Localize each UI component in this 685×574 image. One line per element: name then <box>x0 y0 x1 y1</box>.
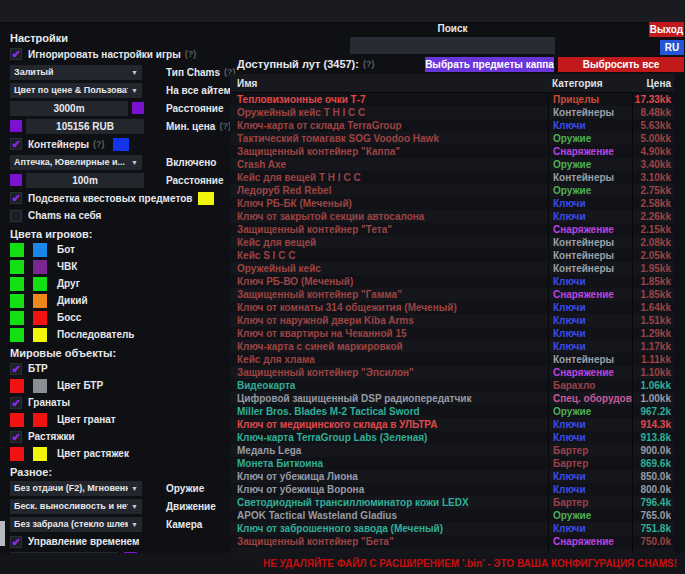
world-object-checkbox[interactable]: ✔ <box>10 397 22 409</box>
world-secondary-color-swatch[interactable] <box>33 413 47 427</box>
loot-table-row[interactable]: Ключ-карта TerraGroup Labs (Зеленая)Ключ… <box>230 431 674 444</box>
player-primary-color-swatch[interactable] <box>10 277 24 291</box>
ignore-game-settings-checkbox[interactable]: ✔ <box>10 48 22 60</box>
loot-table-row[interactable]: Ключ от медицинского склада в УЛЬТРАКлюч… <box>230 418 674 431</box>
loot-table-row[interactable]: Защищенный контейнер "Каппа"Снаряжение4.… <box>230 145 674 158</box>
misc-dropdown[interactable]: Беск. выносливость и нет уста▼ <box>10 499 142 514</box>
loot-table-row[interactable]: ВидеокартаБарахло1.06kk <box>230 379 674 392</box>
select-kappa-items-button[interactable]: Выбрать предметы каппа <box>425 57 554 72</box>
world-primary-color-swatch[interactable] <box>10 447 24 461</box>
loot-table-row[interactable]: Кейс S I C CКонтейнеры2.05kk <box>230 249 674 262</box>
world-secondary-color-swatch[interactable] <box>33 447 47 461</box>
column-header-price[interactable]: Цена <box>632 74 674 92</box>
quest-highlight-color-swatch[interactable] <box>198 192 214 205</box>
quest-highlight-checkbox[interactable]: ✔ <box>10 192 22 204</box>
player-primary-color-swatch[interactable] <box>10 328 24 342</box>
language-button[interactable]: RU <box>660 40 684 55</box>
loot-table-row[interactable]: Оружейный кейс T H I C CКонтейнеры8.48kk <box>230 106 674 119</box>
search-input[interactable] <box>350 37 555 54</box>
world-primary-color-swatch[interactable] <box>10 413 24 427</box>
loot-table-row[interactable]: Ключ от комнаты 314 общежития (Меченый)К… <box>230 301 674 314</box>
loot-table-row[interactable]: Тактический томагавк SOG Voodoo HawkОруж… <box>230 132 674 145</box>
chams-type-dropdown[interactable]: Залитый ▼ <box>10 65 142 80</box>
world-object-color-row: Цвет растяжек <box>10 445 232 462</box>
loot-table-row[interactable]: Ключ от убежища ВоронаКлючи800.0k <box>230 483 674 496</box>
loot-table-row[interactable]: Ключ-карта от склада TerraGroupКлючи5.63… <box>230 119 674 132</box>
containers-checkbox[interactable]: ✔ <box>10 138 22 150</box>
loot-table-row[interactable]: Ключ РБ-ВО (Меченый)Ключи1.85kk <box>230 275 674 288</box>
help-icon[interactable]: (?) <box>93 139 105 149</box>
min-price-color-swatch[interactable] <box>10 120 22 132</box>
chams-self-checkbox[interactable] <box>10 210 22 222</box>
loot-table-row[interactable]: Монета БиткоинаБартер869.6k <box>230 457 674 470</box>
chams-type-row: Залитый ▼ Тип Chams (?) <box>10 63 232 81</box>
help-icon[interactable]: (?) <box>363 59 375 69</box>
world-object-checkbox[interactable]: ✔ <box>10 363 22 375</box>
column-header-category[interactable]: Категория <box>548 74 632 92</box>
loot-item-category: Ключи <box>548 210 632 223</box>
loot-table-row[interactable]: Кейс для вещейКонтейнеры2.08kk <box>230 236 674 249</box>
player-secondary-color-swatch[interactable] <box>33 243 47 257</box>
world-secondary-color-swatch[interactable] <box>33 379 47 393</box>
loot-table-row[interactable]: Медаль LegaБартер900.0k <box>230 444 674 457</box>
loot-table-header: Имя Категория Цена <box>230 74 674 93</box>
player-primary-color-swatch[interactable] <box>10 260 24 274</box>
exit-button[interactable]: Выход <box>649 22 684 37</box>
player-primary-color-swatch[interactable] <box>10 243 24 257</box>
loot-table-row[interactable]: Ледоруб Red RebelОружие2.75kk <box>230 184 674 197</box>
min-price-input[interactable]: 105156 RUB <box>26 119 144 134</box>
loot-table-row[interactable]: Ключ от наружной двери Kiba ArmsКлючи1.5… <box>230 314 674 327</box>
misc-dropdown-value: Беск. выносливость и нет уста <box>14 501 128 511</box>
left-edge-scrollbar-thumb[interactable] <box>0 521 5 546</box>
loot-item-category: Ключи <box>548 301 632 314</box>
misc-dropdown[interactable]: Без отдачи (F2), Мгновенное п▼ <box>10 481 142 496</box>
container-distance-color-swatch[interactable] <box>10 174 22 186</box>
containers-color-swatch[interactable] <box>113 138 129 151</box>
player-color-label: Дикий <box>57 295 88 306</box>
loot-table-row[interactable]: Ключ от заброшенного завода (Меченый)Клю… <box>230 522 674 535</box>
time-control-checkbox[interactable]: ✔ <box>10 536 22 548</box>
player-primary-color-swatch[interactable] <box>10 294 24 308</box>
misc-dropdown[interactable]: Без забрала (стекло шлема)▼ <box>10 517 142 532</box>
loot-table-row[interactable]: Защищенный контейнер "Тета"Снаряжение2.1… <box>230 223 674 236</box>
loot-table-row[interactable]: Ключ от убежища ЛионаКлючи850.0k <box>230 470 674 483</box>
misc-dropdown-label: Камера <box>166 519 202 530</box>
player-color-row: Последователь <box>10 326 232 343</box>
player-secondary-color-swatch[interactable] <box>33 311 47 325</box>
loot-table-row[interactable]: Ключ от квартиры на Чеканной 15Ключи1.29… <box>230 327 674 340</box>
distance-color-swatch[interactable] <box>132 102 144 114</box>
player-primary-color-swatch[interactable] <box>10 311 24 325</box>
ignore-game-settings-label: Игнорировать настройки игры <box>28 49 181 60</box>
world-primary-color-swatch[interactable] <box>10 379 24 393</box>
distance-input[interactable]: 3000m <box>10 101 128 116</box>
column-header-name[interactable]: Имя <box>230 78 548 89</box>
all-items-dropdown[interactable]: Цвет по цене & Пользователь ▼ <box>10 83 142 98</box>
loot-table-row[interactable]: Защищенный контейнер "Бета"Снаряжение750… <box>230 535 674 548</box>
player-secondary-color-swatch[interactable] <box>33 328 47 342</box>
loot-item-name: Тепловизионные очки Т-7 <box>230 94 548 105</box>
player-secondary-color-swatch[interactable] <box>33 294 47 308</box>
loot-table-row[interactable]: Светодиодный трансиллюминатор кожи LEDXБ… <box>230 496 674 509</box>
loot-table-row[interactable]: Ключ РБ-БК (Меченый)Ключи2.58kk <box>230 197 674 210</box>
container-distance-input[interactable]: 100m <box>26 173 144 188</box>
loot-table-row[interactable]: APOK Tactical Wasteland GladiusОружие765… <box>230 509 674 522</box>
help-icon[interactable]: (?) <box>185 49 197 59</box>
loot-table-row[interactable]: Оружейный кейсКонтейнеры1.95kk <box>230 262 674 275</box>
loot-table-row[interactable]: Тепловизионные очки Т-7Прицелы17.33kk <box>230 93 674 106</box>
loot-item-price: 1.64kk <box>632 301 674 314</box>
drop-all-button[interactable]: Выбросить все <box>558 57 684 72</box>
world-object-checkbox[interactable]: ✔ <box>10 431 22 443</box>
loot-table-row[interactable]: Crash AxeОружие3.40kk <box>230 158 674 171</box>
loot-item-name: Цифровой защищенный DSP радиопередатчик <box>230 393 548 404</box>
loot-table-row[interactable]: Ключ от закрытой секции автосалонаКлючи2… <box>230 210 674 223</box>
loot-table-row[interactable]: Ключ-карта с синей маркировкойКлючи1.17k… <box>230 340 674 353</box>
player-secondary-color-swatch[interactable] <box>33 260 47 274</box>
player-secondary-color-swatch[interactable] <box>33 277 47 291</box>
container-types-dropdown[interactable]: Аптечка, Ювелирные и... ▼ <box>10 155 142 170</box>
loot-table-row[interactable]: Защищенный контейнер "Эпсилон"Снаряжение… <box>230 366 674 379</box>
loot-table-row[interactable]: Кейс для вещей T H I C CКонтейнеры3.10kk <box>230 171 674 184</box>
loot-table-row[interactable]: Miller Bros. Blades M-2 Tactical SwordОр… <box>230 405 674 418</box>
loot-table-row[interactable]: Кейс для хламаКонтейнеры1.11kk <box>230 353 674 366</box>
loot-table-row[interactable]: Защищенный контейнер "Гамма"Снаряжение1.… <box>230 288 674 301</box>
loot-table-row[interactable]: Цифровой защищенный DSP радиопередатчикС… <box>230 392 674 405</box>
